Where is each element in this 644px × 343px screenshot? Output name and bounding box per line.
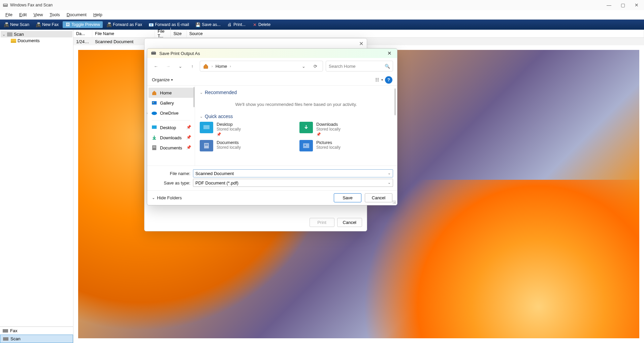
file-name-label: File name: <box>151 171 190 176</box>
content-scrollbar[interactable] <box>394 88 396 115</box>
printer-icon <box>151 51 157 56</box>
tab-scan[interactable]: Scan <box>0 335 73 343</box>
section-recommended[interactable]: ⌄ Recommended <box>200 90 392 95</box>
preview-icon: 🖼 <box>65 22 70 27</box>
column-filename[interactable]: File Name <box>92 30 155 37</box>
documents-folder-icon <box>200 140 213 151</box>
pin-icon: 📌 <box>186 125 191 130</box>
sidebar-item-gallery[interactable]: Gallery <box>149 98 193 108</box>
tree-item-scan[interactable]: ⌄ Scan <box>1 31 72 37</box>
cancel-button[interactable]: Cancel <box>365 193 392 202</box>
svg-rect-12 <box>203 125 210 129</box>
menu-tools[interactable]: Tools <box>46 11 63 19</box>
sidebar-item-desktop[interactable]: Desktop 📌 <box>149 122 193 133</box>
tree-item-documents[interactable]: Documents <box>1 37 72 44</box>
toolbar-new-fax[interactable]: 📠New Fax <box>33 21 61 28</box>
save-icon: 💾 <box>196 22 200 27</box>
resize-grip[interactable] <box>392 200 396 204</box>
downloads-icon <box>151 135 157 141</box>
toolbar-print[interactable]: 🖨Print... <box>225 21 248 28</box>
print-dialog-close-button[interactable]: ✕ <box>359 40 363 47</box>
menu-file[interactable]: File <box>2 11 16 19</box>
print-cancel-button[interactable]: Cancel <box>337 218 362 227</box>
folder-pane: ⌄ Scan Documents Fax Scan <box>0 30 73 343</box>
toolbar-new-scan[interactable]: 📠New Scan <box>1 21 32 28</box>
chevron-down-icon[interactable]: ⌄ <box>388 171 391 175</box>
nav-up-button[interactable]: ↑ <box>188 61 197 71</box>
address-bar[interactable]: › Home › ⌄ ⟳ <box>200 61 323 72</box>
quick-item-documents[interactable]: DocumentsStored locally <box>200 140 293 151</box>
pin-icon: 📌 <box>217 132 241 137</box>
menu-document[interactable]: Document <box>63 11 90 19</box>
fax-icon: 📠 <box>36 22 41 27</box>
sidebar-item-onedrive[interactable]: › OneDrive <box>149 108 193 118</box>
svg-rect-13 <box>204 143 209 148</box>
file-name-input[interactable]: Scanned Document⌄ <box>193 169 393 177</box>
sidebar-item-home[interactable]: Home <box>149 88 193 98</box>
view-mode-button[interactable]: ☷▾ <box>375 77 383 82</box>
column-date[interactable]: Da... <box>73 30 92 37</box>
bottom-tabs: Fax Scan <box>0 326 73 343</box>
toolbar-forward-fax[interactable]: 📠Forward as Fax <box>104 21 145 28</box>
menu-edit[interactable]: Edit <box>16 11 30 19</box>
svg-point-17 <box>304 145 306 146</box>
home-icon <box>203 63 209 69</box>
print-button[interactable]: Print <box>310 218 334 227</box>
section-quick-access[interactable]: ⌄ Quick access <box>200 114 392 119</box>
organize-menu[interactable]: Organize▾ <box>152 77 173 82</box>
downloads-folder-icon <box>299 122 313 133</box>
column-size[interactable]: Size <box>171 30 187 37</box>
menu-help[interactable]: Help <box>90 11 106 19</box>
quick-item-desktop[interactable]: DesktopStored locally📌 <box>200 122 293 137</box>
pictures-folder-icon <box>299 140 313 151</box>
documents-icon <box>151 145 157 151</box>
column-source[interactable]: Source <box>187 30 644 37</box>
svg-rect-1 <box>4 4 7 5</box>
pin-icon: 📌 <box>186 145 191 150</box>
search-input[interactable]: Search Home 🔍 <box>326 61 393 72</box>
quick-item-downloads[interactable]: DownloadsStored locally📌 <box>299 122 392 137</box>
chevron-right-icon[interactable]: › <box>230 64 231 68</box>
nav-back-button[interactable]: ← <box>151 61 161 71</box>
toolbar-forward-email[interactable]: 📧Forward as E-mail <box>146 21 192 28</box>
save-type-label: Save as type: <box>151 180 190 185</box>
chevron-down-icon[interactable]: ⌄ <box>388 180 391 185</box>
minimize-button[interactable]: — <box>607 2 611 8</box>
chevron-right-icon: › <box>212 64 213 68</box>
nav-forward-button[interactable]: → <box>163 61 173 71</box>
close-button[interactable]: ✕ <box>635 2 639 8</box>
svg-point-6 <box>152 112 157 115</box>
refresh-button[interactable]: ⟳ <box>311 64 320 69</box>
nav-recent-button[interactable]: ⌄ <box>175 61 185 71</box>
hide-folders-button[interactable]: ⌄Hide Folders <box>152 195 182 200</box>
quick-item-pictures[interactable]: PicturesStored locally <box>299 140 392 151</box>
delete-icon: ✕ <box>252 22 257 27</box>
collapse-icon[interactable]: ⌄ <box>2 32 6 37</box>
help-button[interactable]: ? <box>385 76 392 84</box>
save-type-select[interactable]: PDF Document (*.pdf)⌄ <box>193 179 393 187</box>
view-icon: ☷ <box>375 77 379 82</box>
save-button[interactable]: Save <box>334 193 361 202</box>
address-dropdown-button[interactable]: ⌄ <box>299 64 308 69</box>
toolbar-toggle-preview[interactable]: 🖼Toggle Preview <box>63 21 103 28</box>
expand-icon[interactable]: › <box>147 111 148 115</box>
save-dialog-close-button[interactable]: ✕ <box>385 50 394 56</box>
scanner-folder-icon <box>7 32 12 36</box>
svg-point-5 <box>153 102 154 103</box>
maximize-button[interactable]: ▢ <box>621 2 625 8</box>
search-icon: 🔍 <box>385 64 390 69</box>
tab-fax[interactable]: Fax <box>0 327 73 335</box>
toolbar-delete[interactable]: ✕Delete <box>250 21 273 28</box>
sidebar-scrollbar[interactable] <box>193 87 195 107</box>
breadcrumb-home[interactable]: Home <box>216 64 227 69</box>
svg-rect-0 <box>3 4 8 7</box>
menu-view[interactable]: View <box>30 11 46 19</box>
sidebar-item-documents[interactable]: Documents 📌 <box>149 143 193 153</box>
toolbar-save-as[interactable]: 💾Save as... <box>193 21 223 28</box>
forward-fax-icon: 📠 <box>107 22 111 27</box>
chevron-down-icon: ▾ <box>171 78 173 82</box>
save-dialog-nav: ← → ⌄ ↑ › Home › ⌄ ⟳ Search Home 🔍 <box>147 58 397 74</box>
file-browser-content: ⌄ Recommended We'll show you recommended… <box>195 86 397 166</box>
sidebar-item-downloads[interactable]: Downloads 📌 <box>149 133 193 143</box>
window-titlebar: Windows Fax and Scan — ▢ ✕ <box>0 0 644 10</box>
